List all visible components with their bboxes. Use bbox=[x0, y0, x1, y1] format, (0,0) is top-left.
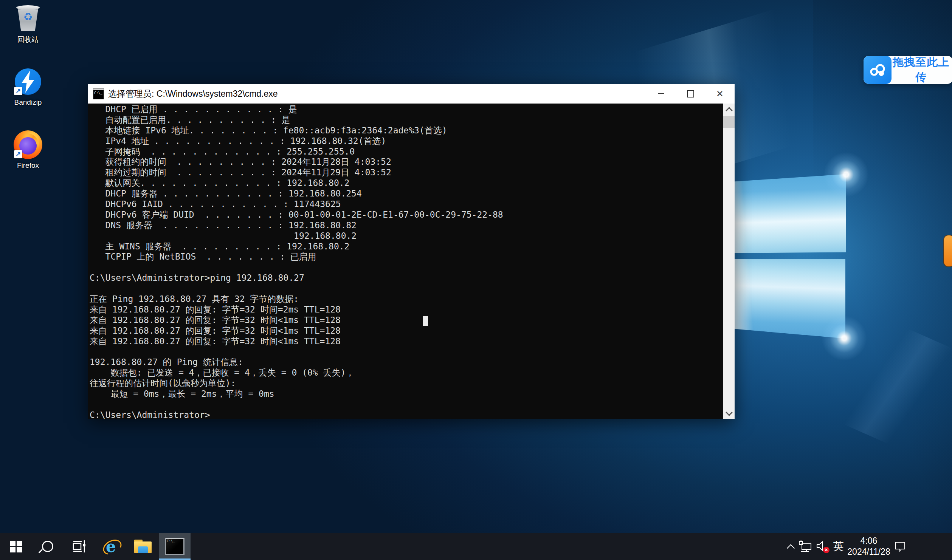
desktop-icon-label: Firefox bbox=[5, 161, 51, 170]
console-line: IPv4 地址 . . . . . . . . . . . . : 192.16… bbox=[90, 136, 722, 147]
system-tray: ✕ 英 4:06 2024/11/28 bbox=[784, 533, 952, 560]
shortcut-arrow-icon: ↗ bbox=[14, 87, 22, 95]
console-line: 192.168.80.27 的 Ping 统计信息: bbox=[90, 357, 722, 368]
cmd-titlebar[interactable]: 选择管理员: C:\Windows\system32\cmd.exe ✕ bbox=[88, 84, 735, 104]
windows-logo-glow-bottom bbox=[820, 314, 869, 363]
language-label: 英 bbox=[833, 539, 844, 554]
chevron-up-icon bbox=[786, 544, 794, 552]
window-title: 选择管理员: C:\Windows\system32\cmd.exe bbox=[108, 88, 646, 100]
desktop-icon-label: Bandizip bbox=[5, 98, 51, 107]
scrollbar-down-button[interactable] bbox=[723, 408, 735, 419]
console-line bbox=[90, 262, 722, 273]
console-line: 子网掩码 . . . . . . . . . . . . : 255.255.2… bbox=[90, 147, 722, 157]
console-line bbox=[90, 399, 722, 410]
console-cursor-block bbox=[423, 316, 428, 326]
scrollbar-up-button[interactable] bbox=[723, 104, 735, 115]
console-area[interactable]: DHCP 已启用 . . . . . . . . . . . : 是 自动配置已… bbox=[88, 104, 735, 419]
console-line: 主 WINS 服务器 . . . . . . . . . : 192.168.8… bbox=[90, 241, 722, 252]
console-line: C:\Users\Administrator> bbox=[90, 410, 722, 419]
console-line: 本地链接 IPv6 地址. . . . . . . . : fe80::acb9… bbox=[90, 125, 722, 136]
desktop-icon-firefox[interactable]: ↗ Firefox bbox=[5, 130, 51, 170]
desktop-icon-bandizip[interactable]: ↗ Bandizip bbox=[5, 67, 51, 107]
console-line: C:\Users\Administrator>ping 192.168.80.2… bbox=[90, 273, 722, 283]
internet-explorer-icon: e bbox=[102, 537, 120, 555]
input-language-indicator[interactable]: 英 bbox=[830, 533, 847, 560]
baidu-cloud-tile bbox=[864, 56, 892, 84]
tray-overflow-button[interactable] bbox=[784, 533, 797, 560]
desktop-root: { "wallpaper": {"name": "windows-10-hero… bbox=[0, 0, 952, 560]
console-line: DNS 服务器 . . . . . . . . . . . : 192.168.… bbox=[90, 220, 722, 231]
volume-muted-icon: ✕ bbox=[816, 541, 828, 552]
console-line: 最短 = 0ms，最长 = 2ms，平均 = 0ms bbox=[90, 389, 722, 399]
file-explorer-button[interactable] bbox=[127, 533, 159, 560]
cmd-app-icon bbox=[93, 88, 104, 99]
desktop-icon-recycle-bin[interactable]: ♻ 回收站 bbox=[5, 4, 51, 45]
search-icon bbox=[42, 541, 53, 552]
clock-time: 4:06 bbox=[847, 535, 890, 546]
console-icon bbox=[165, 538, 185, 555]
maximize-button[interactable] bbox=[676, 84, 705, 104]
recycle-bin-rim bbox=[16, 5, 40, 10]
console-line: 获得租约的时间 . . . . . . . . . : 2024年11月28日 … bbox=[90, 157, 722, 167]
chevron-down-icon bbox=[726, 409, 732, 416]
console-output: DHCP 已启用 . . . . . . . . . . . : 是 自动配置已… bbox=[90, 104, 722, 419]
console-line: 来自 192.168.80.27 的回复: 字节=32 时间=2ms TTL=1… bbox=[90, 305, 722, 315]
search-button[interactable] bbox=[32, 533, 64, 560]
firefox-icon: ↗ bbox=[13, 130, 43, 159]
drag-upload-widget[interactable]: 拖拽至此上传 bbox=[864, 56, 952, 84]
console-line: DHCPv6 IAID . . . . . . . . . . . : 1174… bbox=[90, 199, 722, 210]
minimize-icon bbox=[658, 93, 664, 94]
mute-x-badge: ✕ bbox=[823, 547, 830, 553]
task-view-button[interactable] bbox=[64, 533, 95, 560]
wallpaper-light-beam-bottom bbox=[814, 308, 952, 463]
cmd-taskbar-button[interactable] bbox=[159, 533, 191, 560]
console-line: 来自 192.168.80.27 的回复: 字节=32 时间<1ms TTL=1… bbox=[90, 336, 722, 347]
recycle-symbol-icon: ♻ bbox=[13, 11, 43, 23]
screen-edge-handle[interactable] bbox=[943, 235, 952, 267]
console-line: 192.168.80.2 bbox=[90, 231, 722, 241]
volume-button[interactable]: ✕ bbox=[814, 533, 830, 560]
scrollbar-thumb[interactable] bbox=[723, 116, 735, 128]
minimize-button[interactable] bbox=[646, 84, 676, 104]
console-scrollbar[interactable] bbox=[723, 104, 735, 419]
console-line: DHCP 服务器 . . . . . . . . . . . : 192.168… bbox=[90, 189, 722, 199]
close-icon: ✕ bbox=[716, 90, 723, 98]
console-line: 租约过期的时间 . . . . . . . . . : 2024年11月29日 … bbox=[90, 167, 722, 178]
taskbar-buttons: e bbox=[0, 533, 191, 560]
taskbar: e bbox=[0, 533, 952, 560]
console-line: 往返行程的估计时间(以毫秒为单位): bbox=[90, 378, 722, 389]
console-line: 自动配置已启用. . . . . . . . . . : 是 bbox=[90, 115, 722, 125]
action-center-button[interactable] bbox=[891, 533, 910, 560]
network-ethernet-icon bbox=[799, 540, 812, 552]
windows-logo-icon bbox=[10, 541, 22, 552]
shortcut-arrow-icon: ↗ bbox=[14, 150, 22, 158]
console-line: 来自 192.168.80.27 的回复: 字节=32 时间<1ms TTL=1… bbox=[90, 315, 722, 326]
internet-explorer-button[interactable]: e bbox=[95, 533, 127, 560]
network-status-button[interactable] bbox=[797, 533, 814, 560]
console-line bbox=[90, 283, 722, 294]
console-line: TCPIP 上的 NetBIOS . . . . . . . : 已启用 bbox=[90, 252, 722, 262]
window-controls: ✕ bbox=[646, 84, 735, 104]
cmd-window: 选择管理员: C:\Windows\system32\cmd.exe ✕ DHC… bbox=[88, 84, 735, 419]
file-explorer-icon bbox=[134, 540, 152, 553]
console-line: 来自 192.168.80.27 的回复: 字节=32 时间<1ms TTL=1… bbox=[90, 326, 722, 336]
recycle-bin-icon: ♻ bbox=[13, 4, 43, 32]
console-line: 默认网关. . . . . . . . . . . . . : 192.168.… bbox=[90, 178, 722, 189]
windows-logo-glow-top bbox=[822, 150, 871, 199]
console-line: DHCP 已启用 . . . . . . . . . . . : 是 bbox=[90, 104, 722, 115]
upload-widget-label: 拖拽至此上传 bbox=[892, 55, 952, 85]
baidu-cloud-icon bbox=[868, 61, 887, 79]
console-line: DHCPv6 客户端 DUID . . . . . . . : 00-01-00… bbox=[90, 210, 722, 220]
console-line: 数据包: 已发送 = 4，已接收 = 4，丢失 = 0 (0% 丢失)， bbox=[90, 368, 722, 378]
folder-tray bbox=[138, 546, 148, 553]
start-button[interactable] bbox=[0, 533, 32, 560]
close-button[interactable]: ✕ bbox=[705, 84, 735, 104]
maximize-icon bbox=[687, 90, 694, 97]
console-line: 正在 Ping 192.168.80.27 具有 32 字节的数据: bbox=[90, 294, 722, 305]
clock[interactable]: 4:06 2024/11/28 bbox=[851, 533, 887, 560]
task-view-icon bbox=[72, 539, 87, 554]
action-center-icon bbox=[894, 541, 906, 552]
console-line bbox=[90, 347, 722, 357]
bandizip-icon: ↗ bbox=[13, 67, 43, 96]
desktop-icon-label: 回收站 bbox=[5, 35, 51, 45]
